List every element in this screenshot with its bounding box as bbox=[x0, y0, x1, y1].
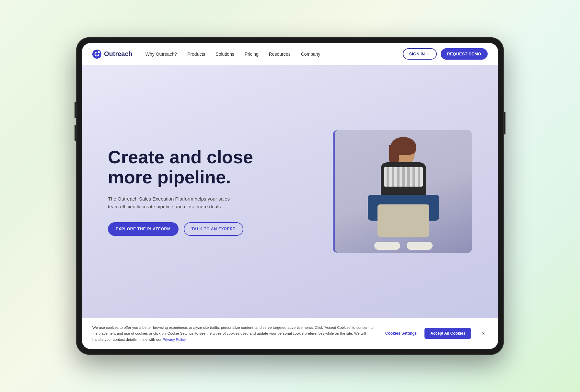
svg-point-1 bbox=[98, 51, 100, 53]
nav-actions: SIGN IN → REQUEST DEMO bbox=[403, 48, 488, 60]
tablet-power-button bbox=[504, 112, 505, 134]
privacy-policy-link[interactable]: Privacy Policy. bbox=[163, 338, 187, 341]
outreach-logo-icon bbox=[92, 50, 101, 59]
nav-links: Why Outreach? Products Solutions Pricing… bbox=[145, 52, 403, 57]
nav-products[interactable]: Products bbox=[187, 52, 205, 57]
hero-image-area bbox=[290, 130, 472, 253]
navbar: Outreach Why Outreach? Products Solution… bbox=[82, 43, 498, 65]
nav-why-outreach[interactable]: Why Outreach? bbox=[145, 52, 177, 57]
nav-company[interactable]: Company bbox=[301, 52, 320, 57]
logo[interactable]: Outreach bbox=[92, 50, 133, 59]
hero-title: Create and close more pipeline. bbox=[108, 147, 290, 187]
hero-image bbox=[333, 130, 472, 253]
laptop-shape bbox=[377, 204, 429, 237]
nav-resources[interactable]: Resources bbox=[269, 52, 291, 57]
sign-in-button[interactable]: SIGN IN → bbox=[403, 48, 437, 60]
tablet-volume-down bbox=[75, 125, 76, 141]
close-cookie-banner-button[interactable]: × bbox=[479, 329, 488, 338]
tablet-screen: Outreach Why Outreach? Products Solution… bbox=[82, 43, 498, 349]
cookies-settings-button[interactable]: Cookies Settings bbox=[385, 331, 417, 336]
person-hair bbox=[391, 137, 416, 155]
svg-point-0 bbox=[92, 50, 101, 59]
explore-platform-button[interactable]: EXPLORE THE PLATFORM bbox=[108, 222, 179, 236]
logo-text: Outreach bbox=[104, 50, 133, 58]
cookie-text: We use cookies to offer you a better bro… bbox=[92, 325, 377, 342]
cookie-banner: We use cookies to offer you a better bro… bbox=[82, 318, 498, 349]
hero-content: Create and close more pipeline. The Outr… bbox=[108, 147, 290, 236]
hero-section: Create and close more pipeline. The Outr… bbox=[82, 65, 498, 318]
foot-left bbox=[374, 242, 400, 250]
tablet-frame: Outreach Why Outreach? Products Solution… bbox=[76, 37, 504, 355]
nav-pricing[interactable]: Pricing bbox=[245, 52, 259, 57]
nav-solutions[interactable]: Solutions bbox=[215, 52, 234, 57]
tablet-volume-up bbox=[75, 102, 76, 118]
talk-to-expert-button[interactable]: TALK TO AN EXPERT bbox=[184, 222, 243, 236]
accept-all-cookies-button[interactable]: Accept All Cookies bbox=[424, 328, 471, 339]
hero-buttons: EXPLORE THE PLATFORM TALK TO AN EXPERT bbox=[108, 222, 290, 236]
cookie-main-text: We use cookies to offer you a better bro… bbox=[92, 326, 374, 341]
request-demo-button[interactable]: REQUEST DEMO bbox=[441, 48, 488, 60]
person-feet bbox=[371, 238, 436, 250]
hero-subtitle: The Outreach Sales Execution Platform he… bbox=[108, 195, 231, 211]
foot-right bbox=[407, 242, 433, 250]
